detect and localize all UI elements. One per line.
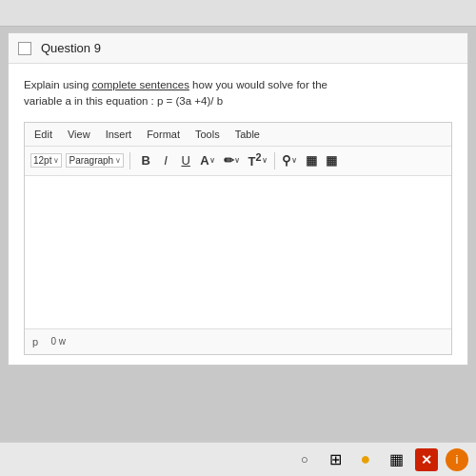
link-icon: ⚲ xyxy=(282,153,291,168)
windows-icon: ⊞ xyxy=(329,450,342,468)
question-text: Explain using complete sentences how you… xyxy=(24,77,452,110)
format-buttons: B I U A∨ ✏∨ T2∨ ⚲∨ xyxy=(136,150,340,171)
toolbar-divider-1 xyxy=(129,152,130,169)
font-color-chevron: ∨ xyxy=(209,156,215,165)
underline-button[interactable]: U xyxy=(176,150,195,171)
highlight-chevron: ∨ xyxy=(234,156,240,165)
task-icon: ▦ xyxy=(389,450,404,468)
chrome-icon: ● xyxy=(361,449,371,469)
more-icon: ▦ xyxy=(326,153,337,168)
editor-menubar: Edit View Insert Format Tools Table xyxy=(25,123,451,147)
taskbar-windows[interactable]: ⊞ xyxy=(324,448,347,471)
italic-button[interactable]: I xyxy=(156,150,175,171)
taskbar-info[interactable]: i xyxy=(446,448,468,471)
paragraph-value: Paragraph xyxy=(69,155,113,166)
main-content: Question 9 Explain using complete senten… xyxy=(8,32,468,366)
image-button[interactable]: ▦ xyxy=(302,150,321,171)
taskbar-task[interactable]: ▦ xyxy=(385,448,407,471)
font-size-chevron: ∨ xyxy=(53,156,59,165)
editor-area[interactable] xyxy=(25,176,451,328)
taskbar-close[interactable]: ✕ xyxy=(415,448,438,471)
editor-paragraph-marker: p xyxy=(32,336,38,347)
bold-button[interactable]: B xyxy=(136,150,155,171)
question-checkbox[interactable] xyxy=(18,42,31,55)
superscript-t: T2 xyxy=(248,151,262,169)
menu-insert[interactable]: Insert xyxy=(104,127,134,142)
question-text-line2: variable a in this equation : p = (3a +4… xyxy=(24,95,223,107)
link-chevron: ∨ xyxy=(291,156,297,165)
editor-container: Edit View Insert Format Tools Table 12pt… xyxy=(24,122,452,355)
menu-tools[interactable]: Tools xyxy=(193,127,222,142)
info-icon: i xyxy=(456,452,459,466)
font-color-a: A xyxy=(200,153,208,168)
question-header: Question 9 xyxy=(9,33,467,64)
paragraph-select[interactable]: Paragraph ∨ xyxy=(66,153,124,168)
font-color-button[interactable]: A∨ xyxy=(196,150,218,171)
taskbar: ○ ⊞ ● ▦ ✕ i xyxy=(0,442,476,476)
taskbar-search[interactable]: ○ xyxy=(293,448,316,471)
toolbar-divider-2 xyxy=(274,152,275,169)
search-icon: ○ xyxy=(301,452,308,466)
editor-toolbar: 12pt ∨ Paragraph ∨ B I U A∨ ✏∨ xyxy=(25,147,451,176)
font-size-value: 12pt xyxy=(33,155,51,166)
highlight-icon: ✏ xyxy=(224,153,234,168)
font-size-select[interactable]: 12pt ∨ xyxy=(30,153,62,168)
question-title: Question 9 xyxy=(41,41,101,55)
top-bar xyxy=(0,0,476,27)
taskbar-chrome[interactable]: ● xyxy=(354,448,377,471)
more-button[interactable]: ▦ xyxy=(322,150,341,171)
highlight-button[interactable]: ✏∨ xyxy=(220,150,244,171)
close-icon: ✕ xyxy=(421,452,432,467)
question-body: Explain using complete sentences how you… xyxy=(9,64,467,365)
editor-bottom-bar: p 0 w xyxy=(25,328,451,354)
superscript-button[interactable]: T2∨ xyxy=(245,150,271,171)
link-button[interactable]: ⚲∨ xyxy=(278,150,301,171)
menu-format[interactable]: Format xyxy=(145,127,182,142)
question-text-line1: Explain using complete sentences how you… xyxy=(24,79,327,90)
paragraph-chevron: ∨ xyxy=(115,156,121,165)
underline-emphasis: complete sentences xyxy=(92,79,189,90)
word-count: 0 w xyxy=(50,336,66,347)
menu-edit[interactable]: Edit xyxy=(32,127,54,142)
image-icon: ▦ xyxy=(306,153,317,168)
menu-view[interactable]: View xyxy=(66,127,92,142)
menu-table[interactable]: Table xyxy=(233,127,262,142)
superscript-chevron: ∨ xyxy=(262,156,268,165)
